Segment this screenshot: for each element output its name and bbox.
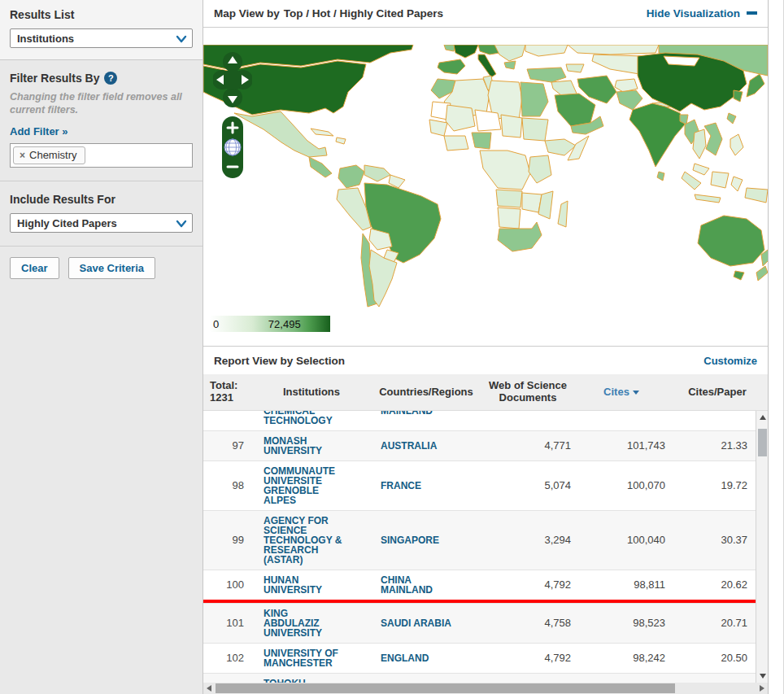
sidebar-actions: Clear Save Criteria xyxy=(0,247,203,290)
docs-cell: 4,792 xyxy=(480,580,576,590)
remove-tag-icon[interactable]: × xyxy=(20,150,25,161)
filter-tag-chemistry[interactable]: × Chemistry xyxy=(13,146,85,164)
institutions-column-header: Institutions xyxy=(250,386,372,399)
country-link[interactable]: AUSTRALIA xyxy=(381,441,480,451)
table-row[interactable]: 98 COMMUNAUTE UNIVERSITE GRENOBLE ALPES … xyxy=(203,460,756,510)
report-panel: Report View by Selection Customize Total… xyxy=(203,346,768,694)
country-link[interactable]: SINGAPORE xyxy=(381,535,480,545)
customize-link[interactable]: Customize xyxy=(703,355,757,367)
institution-link[interactable]: KING ABDULAZIZ UNIVERSITY xyxy=(264,609,372,638)
institution-link[interactable]: CHEMICAL TECHNOLOGY xyxy=(264,411,372,426)
docs-cell: 4,758 xyxy=(480,618,576,628)
table-row[interactable]: 99 AGENCY FOR SCIENCE TECHNOLOGY & RESEA… xyxy=(203,510,756,570)
cites-paper-cell: 21.33 xyxy=(667,441,756,451)
page-scrollbar-gutter[interactable] xyxy=(768,0,784,694)
cites-paper-cell: 30.37 xyxy=(667,535,756,545)
institution-link[interactable]: UNIVERSITY OF MANCHESTER xyxy=(264,648,372,668)
cites-cell: 100,040 xyxy=(576,535,667,545)
table-header-row: Total: 1231 Institutions Countries/Regio… xyxy=(203,374,768,411)
rank-cell: 99 xyxy=(203,535,250,545)
add-filter-link[interactable]: Add Filter » xyxy=(10,125,68,137)
results-list-heading: Results List xyxy=(10,8,193,21)
map-legend: 0 72,495 xyxy=(210,316,330,332)
cites-paper-cell: 20.62 xyxy=(667,580,756,590)
hide-visualization-label: Hide Visualization xyxy=(647,7,740,20)
help-icon[interactable]: ? xyxy=(104,72,117,85)
map-panel-header: Map View byTop / Hot / Highly Cited Pape… xyxy=(203,0,768,28)
cites-cell: 98,242 xyxy=(576,653,667,663)
cites-sort-header[interactable]: Cites xyxy=(576,386,667,399)
docs-cell: 5,074 xyxy=(480,481,576,491)
table-row[interactable]: 102 UNIVERSITY OF MANCHESTER ENGLAND 4,7… xyxy=(203,643,756,673)
country-link[interactable]: CHINA MAINLAND xyxy=(381,575,480,595)
cites-paper-column-header: Cites/Paper xyxy=(667,386,768,399)
zoom-control[interactable] xyxy=(222,116,243,178)
triangle-down-icon xyxy=(760,674,766,679)
filter-heading: Filter Results By xyxy=(10,72,99,85)
table-row[interactable]: 103 TOHOKU UNIVERSITY JAPAN 6,556 97,552… xyxy=(203,673,756,683)
institution-link[interactable]: AGENCY FOR SCIENCE TECHNOLOGY & RESEARCH… xyxy=(264,516,372,565)
legend-min-value: 0 xyxy=(213,318,219,330)
filter-tag-label: Chemistry xyxy=(29,149,77,161)
include-results-selected: Highly Cited Papers xyxy=(17,217,117,229)
sidebar: Results List Institutions Filter Results… xyxy=(0,0,203,694)
cites-paper-cell: 19.72 xyxy=(667,481,756,491)
countries-column-header: Countries/Regions xyxy=(372,386,480,399)
include-results-dropdown[interactable]: Highly Cited Papers xyxy=(10,213,193,233)
clear-button[interactable]: Clear xyxy=(10,257,59,279)
vertical-scrollbar[interactable] xyxy=(756,411,768,683)
horizontal-scrollbar[interactable] xyxy=(203,683,768,694)
main-panel: Map View byTop / Hot / Highly Cited Pape… xyxy=(203,0,768,694)
filter-box: × Chemistry xyxy=(10,143,193,168)
scroll-down-button[interactable] xyxy=(756,670,768,683)
table-row[interactable]: 101 KING ABDULAZIZ UNIVERSITY SAUDI ARAB… xyxy=(203,603,756,643)
scroll-right-button[interactable] xyxy=(756,683,768,694)
country-link[interactable]: SAUDI ARABIA xyxy=(381,618,480,628)
save-criteria-button[interactable]: Save Criteria xyxy=(68,257,156,279)
globe-icon xyxy=(224,139,241,155)
rank-cell: 100 xyxy=(203,580,250,590)
world-map[interactable] xyxy=(203,45,768,313)
hide-visualization-link[interactable]: Hide Visualization xyxy=(647,7,757,20)
scroll-left-button[interactable] xyxy=(203,683,215,694)
table-row[interactable]: CHEMICAL TECHNOLOGY MAINLAND xyxy=(203,411,756,430)
institution-link[interactable]: MONASH UNIVERSITY xyxy=(264,436,372,456)
triangle-right-icon xyxy=(760,685,764,692)
pan-control[interactable] xyxy=(213,51,252,108)
institution-link[interactable]: HUNAN UNIVERSITY xyxy=(264,575,372,595)
country-link[interactable]: MAINLAND xyxy=(381,411,480,416)
report-view-title: Report View by Selection xyxy=(214,355,345,367)
legend-max-value: 72,495 xyxy=(268,318,301,330)
rank-cell: 97 xyxy=(203,441,250,451)
results-list-dropdown[interactable]: Institutions xyxy=(10,28,193,48)
include-results-section: Include Results For Highly Cited Papers xyxy=(0,181,203,247)
map-view-title-main: Top / Hot / Highly Cited Papers xyxy=(284,7,443,20)
cites-cell: 98,811 xyxy=(576,580,667,590)
country-link[interactable]: FRANCE xyxy=(381,481,480,491)
cites-cell: 101,743 xyxy=(576,441,667,451)
table-rows: CHEMICAL TECHNOLOGY MAINLAND 97 MONASH U… xyxy=(203,411,756,683)
vertical-scroll-thumb[interactable] xyxy=(758,429,767,456)
rank-cell: 98 xyxy=(203,481,250,491)
triangle-left-icon xyxy=(207,685,211,692)
cites-cell: 100,070 xyxy=(576,481,667,491)
table-scroll-viewport: CHEMICAL TECHNOLOGY MAINLAND 97 MONASH U… xyxy=(203,411,768,683)
triangle-up-icon xyxy=(760,415,766,420)
rank-cell: 102 xyxy=(203,653,250,663)
docs-cell: 4,771 xyxy=(480,441,576,451)
results-list-selected: Institutions xyxy=(17,33,74,45)
results-list-section: Results List Institutions xyxy=(0,0,203,60)
table-row-highlighted[interactable]: 100 HUNAN UNIVERSITY CHINA MAINLAND 4,79… xyxy=(203,570,756,603)
minus-icon xyxy=(747,11,757,15)
scroll-up-button[interactable] xyxy=(756,411,768,424)
horizontal-scroll-thumb[interactable] xyxy=(216,683,675,693)
chevron-down-icon xyxy=(176,218,187,233)
chevron-down-icon xyxy=(176,33,187,48)
institution-link[interactable]: COMMUNAUTE UNIVERSITE GRENOBLE ALPES xyxy=(264,466,372,505)
map-view-title-prefix: Map View by xyxy=(214,7,280,20)
table-row[interactable]: 97 MONASH UNIVERSITY AUSTRALIA 4,771 101… xyxy=(203,430,756,460)
sort-desc-icon xyxy=(633,391,639,395)
map-visualization: 0 72,495 xyxy=(203,28,768,336)
map-view-title: Map View byTop / Hot / Highly Cited Pape… xyxy=(214,7,443,20)
country-link[interactable]: ENGLAND xyxy=(381,653,480,663)
